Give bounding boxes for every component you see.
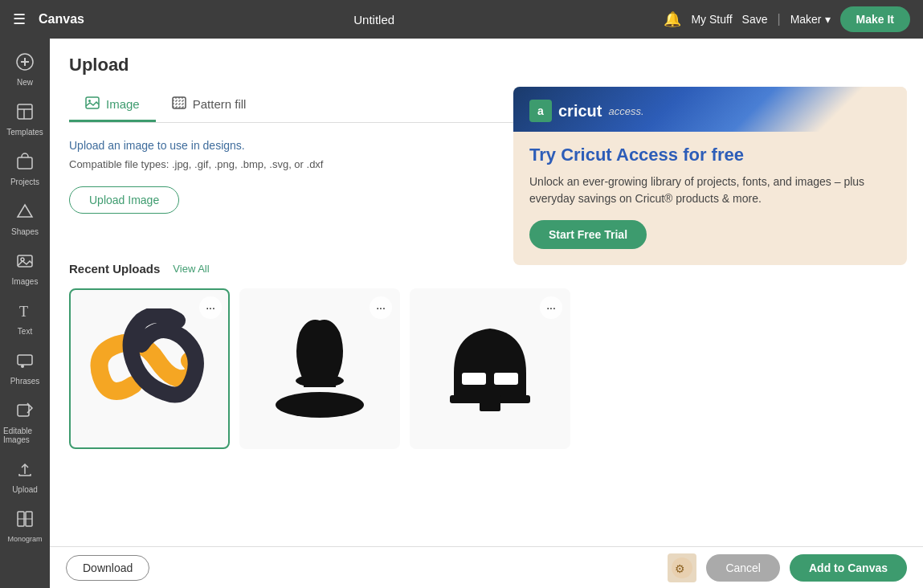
sidebar-item-projects[interactable]: Projects — [0, 145, 50, 194]
text-icon: T — [16, 302, 34, 324]
tab-image-label: Image — [106, 97, 140, 111]
thumbnail-image — [259, 308, 380, 429]
thumbnail-image — [430, 308, 550, 429]
desc-link[interactable]: use in designs — [169, 139, 242, 152]
sidebar-item-label: Projects — [10, 178, 39, 186]
svg-rect-31 — [480, 395, 500, 411]
upload-image-button[interactable]: Upload Image — [69, 186, 179, 214]
header-divider: | — [777, 12, 780, 27]
sidebar-item-shapes[interactable]: Shapes — [0, 194, 50, 244]
recent-title: Recent Uploads — [69, 262, 160, 276]
thumbnail-card[interactable]: ··· — [239, 288, 400, 449]
cricut-access-text: access. — [608, 105, 643, 117]
tab-pattern-fill[interactable]: Pattern fill — [156, 88, 263, 122]
svg-marker-7 — [18, 205, 32, 217]
upload-icon — [16, 460, 34, 482]
sidebar-item-label: Templates — [6, 128, 43, 137]
sidebar-item-images[interactable]: Images — [0, 244, 50, 294]
footer-left: Download — [66, 555, 149, 581]
promo-text: Unlock an ever-growing library of projec… — [529, 174, 891, 207]
sidebar-item-label: Shapes — [11, 227, 39, 236]
sidebar: New Templates Projects Shapes Images — [0, 39, 50, 588]
pattern-tab-icon — [172, 96, 186, 112]
thumbnail-menu-icon[interactable]: ··· — [199, 296, 222, 319]
tab-image[interactable]: Image — [69, 88, 156, 122]
cricut-logo-box: a — [529, 100, 552, 122]
add-to-canvas-button[interactable]: Add to Canvas — [790, 554, 907, 582]
images-icon — [16, 252, 34, 274]
main-layout: New Templates Projects Shapes Images — [0, 39, 923, 588]
thumbnail-card[interactable]: ··· — [410, 288, 570, 449]
sidebar-item-label: Text — [18, 327, 32, 336]
sidebar-item-monogram[interactable]: Monogram — [0, 502, 50, 551]
svg-text:⚙: ⚙ — [675, 562, 685, 575]
header: ☰ Canvas Untitled 🔔 My Stuff Save | Make… — [0, 0, 923, 39]
svg-rect-3 — [18, 104, 32, 119]
sidebar-item-upload[interactable]: Upload — [0, 452, 50, 502]
preview-icon: ⚙ — [671, 557, 693, 579]
my-stuff-link[interactable]: My Stuff — [691, 13, 732, 26]
document-title[interactable]: Untitled — [97, 13, 651, 27]
sidebar-item-label: New — [17, 78, 33, 87]
editable-images-icon — [16, 402, 34, 423]
desc-text2: . — [242, 139, 245, 152]
download-button[interactable]: Download — [66, 555, 149, 581]
view-all-link[interactable]: View All — [173, 263, 209, 275]
footer-right: ⚙ Cancel Add to Canvas — [668, 553, 907, 582]
thumbnail-menu-icon[interactable]: ··· — [540, 296, 562, 319]
monogram-icon — [16, 510, 34, 532]
svg-point-19 — [88, 100, 91, 102]
projects-icon — [16, 153, 34, 174]
shapes-icon — [16, 202, 34, 224]
sidebar-item-label: Monogram — [7, 535, 42, 543]
sidebar-item-phrases[interactable]: Phrases — [0, 344, 50, 394]
svg-point-12 — [21, 365, 24, 368]
promo-body: Try Cricut Access for free Unlock an eve… — [513, 132, 907, 265]
svg-rect-32 — [462, 373, 486, 385]
sidebar-item-label: Images — [12, 277, 39, 286]
cricut-logo-letter: a — [537, 104, 544, 117]
app-logo: Canvas — [39, 12, 84, 27]
image-tab-icon — [85, 96, 100, 112]
thumbnails-grid: ··· ··· — [69, 288, 904, 449]
recent-uploads-section: Recent Uploads View All ··· — [50, 246, 923, 449]
sidebar-item-label: Upload — [12, 485, 38, 494]
cricut-logo-text: cricut — [558, 102, 602, 120]
desc-text1: Upload an image to — [69, 139, 169, 152]
new-icon — [16, 53, 34, 75]
make-it-button[interactable]: Make It — [840, 6, 910, 32]
cancel-button[interactable]: Cancel — [706, 554, 780, 582]
chevron-down-icon: ▾ — [825, 13, 831, 26]
main-content: Upload Image Pattern fill Upl — [50, 39, 923, 588]
templates-icon — [16, 103, 34, 125]
thumbnail-image — [89, 308, 210, 429]
start-free-trial-button[interactable]: Start Free Trial — [529, 220, 647, 249]
sidebar-item-editable-images[interactable]: Editable Images — [0, 394, 50, 452]
footer-bar: Download ⚙ Cancel Add to Canvas — [50, 546, 923, 588]
sidebar-item-new[interactable]: New — [0, 45, 50, 95]
save-button[interactable]: Save — [742, 13, 768, 26]
svg-rect-33 — [494, 373, 518, 385]
maker-label: Maker — [790, 13, 822, 26]
phrases-icon — [16, 352, 34, 374]
tab-pattern-label: Pattern fill — [193, 97, 247, 111]
thumbnail-menu-icon[interactable]: ··· — [370, 296, 392, 319]
svg-point-27 — [276, 392, 364, 418]
notifications-icon[interactable]: 🔔 — [664, 10, 681, 28]
machine-selector[interactable]: Maker ▾ — [790, 13, 831, 26]
panel-title: Upload — [69, 55, 904, 76]
preview-thumbnail: ⚙ — [668, 553, 696, 582]
promo-headline: Try Cricut Access for free — [529, 145, 891, 165]
svg-rect-13 — [18, 405, 29, 416]
sidebar-item-label: Editable Images — [3, 427, 47, 444]
svg-rect-11 — [18, 355, 32, 365]
promo-top: a cricut access. — [513, 87, 907, 132]
svg-rect-6 — [18, 157, 32, 169]
menu-icon[interactable]: ☰ — [13, 10, 26, 28]
svg-text:T: T — [19, 304, 28, 320]
sidebar-item-label: Phrases — [10, 377, 40, 386]
sidebar-item-text[interactable]: T Text — [0, 294, 50, 344]
sidebar-item-templates[interactable]: Templates — [0, 95, 50, 145]
thumbnail-card[interactable]: ··· — [69, 288, 230, 449]
header-right: 🔔 My Stuff Save | Maker ▾ Make It — [664, 6, 910, 32]
